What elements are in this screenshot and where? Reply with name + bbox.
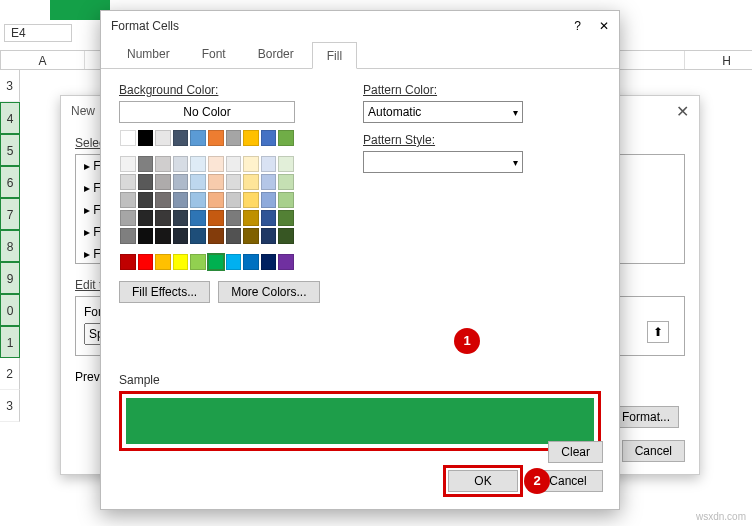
color-swatch[interactable] — [120, 130, 136, 146]
row-header[interactable]: 8 — [0, 230, 20, 262]
color-swatch[interactable] — [155, 156, 171, 172]
color-swatch[interactable] — [243, 192, 259, 208]
color-swatch[interactable] — [138, 192, 154, 208]
color-swatch[interactable] — [173, 210, 189, 226]
tab-border[interactable]: Border — [244, 41, 308, 68]
clear-button[interactable]: Clear — [548, 441, 603, 463]
color-swatch[interactable] — [208, 192, 224, 208]
no-color-button[interactable]: No Color — [119, 101, 295, 123]
color-swatch[interactable] — [226, 254, 242, 270]
color-swatch[interactable] — [173, 174, 189, 190]
color-swatch[interactable] — [278, 228, 294, 244]
color-swatch[interactable] — [261, 254, 277, 270]
pattern-style-select[interactable]: ▾ — [363, 151, 523, 173]
color-swatch[interactable] — [261, 156, 277, 172]
row-header[interactable]: 1 — [0, 326, 20, 358]
color-swatch[interactable] — [138, 228, 154, 244]
color-swatch[interactable] — [243, 156, 259, 172]
color-swatch[interactable] — [278, 156, 294, 172]
color-swatch[interactable] — [190, 192, 206, 208]
color-swatch[interactable] — [261, 174, 277, 190]
color-swatch[interactable] — [155, 210, 171, 226]
color-swatch[interactable] — [208, 254, 224, 270]
color-swatch[interactable] — [226, 228, 242, 244]
close-icon[interactable]: ✕ — [676, 102, 689, 121]
color-swatch[interactable] — [208, 156, 224, 172]
color-swatch[interactable] — [226, 130, 242, 146]
color-swatch[interactable] — [173, 254, 189, 270]
color-swatch[interactable] — [243, 174, 259, 190]
color-swatch[interactable] — [226, 174, 242, 190]
color-swatch[interactable] — [208, 210, 224, 226]
color-swatch[interactable] — [120, 174, 136, 190]
collapse-icon[interactable]: ⬆ — [647, 321, 669, 343]
color-swatch[interactable] — [138, 156, 154, 172]
color-swatch[interactable] — [190, 210, 206, 226]
color-swatch[interactable] — [261, 192, 277, 208]
color-swatch[interactable] — [243, 228, 259, 244]
col-header-a[interactable]: A — [1, 51, 85, 69]
color-swatch[interactable] — [155, 130, 171, 146]
row-header[interactable]: 3 — [0, 390, 20, 422]
color-swatch[interactable] — [155, 228, 171, 244]
col-header-h[interactable]: H — [685, 51, 752, 69]
color-swatch[interactable] — [173, 192, 189, 208]
row-header[interactable]: 2 — [0, 358, 20, 390]
pattern-color-select[interactable]: Automatic▾ — [363, 101, 523, 123]
color-swatch[interactable] — [120, 254, 136, 270]
color-swatch[interactable] — [120, 156, 136, 172]
ok-button[interactable]: OK — [448, 470, 518, 492]
color-swatch[interactable] — [278, 254, 294, 270]
row-header[interactable]: 9 — [0, 262, 20, 294]
name-box[interactable]: E4 — [4, 24, 72, 42]
color-swatch[interactable] — [120, 192, 136, 208]
color-swatch[interactable] — [208, 174, 224, 190]
color-swatch[interactable] — [138, 210, 154, 226]
color-swatch[interactable] — [120, 228, 136, 244]
row-header[interactable]: 6 — [0, 166, 20, 198]
color-swatch[interactable] — [278, 210, 294, 226]
tab-fill[interactable]: Fill — [312, 42, 357, 69]
more-colors-button[interactable]: More Colors... — [218, 281, 319, 303]
color-swatch[interactable] — [278, 130, 294, 146]
color-swatch[interactable] — [190, 156, 206, 172]
color-swatch[interactable] — [243, 130, 259, 146]
cancel-button[interactable]: Cancel — [622, 440, 685, 462]
color-swatch[interactable] — [120, 210, 136, 226]
color-swatch[interactable] — [173, 156, 189, 172]
help-icon[interactable]: ? — [574, 19, 581, 33]
color-swatch[interactable] — [173, 130, 189, 146]
row-header[interactable]: 5 — [0, 134, 20, 166]
color-swatch[interactable] — [208, 130, 224, 146]
color-swatch[interactable] — [261, 228, 277, 244]
color-swatch[interactable] — [190, 174, 206, 190]
color-swatch[interactable] — [261, 130, 277, 146]
row-header[interactable]: 0 — [0, 294, 20, 326]
color-swatch[interactable] — [155, 254, 171, 270]
color-swatch[interactable] — [243, 210, 259, 226]
tab-font[interactable]: Font — [188, 41, 240, 68]
color-swatch[interactable] — [190, 130, 206, 146]
color-swatch[interactable] — [155, 174, 171, 190]
color-swatch[interactable] — [173, 228, 189, 244]
color-swatch[interactable] — [226, 156, 242, 172]
color-swatch[interactable] — [278, 174, 294, 190]
color-swatch[interactable] — [261, 210, 277, 226]
fill-effects-button[interactable]: Fill Effects... — [119, 281, 210, 303]
color-swatch[interactable] — [190, 254, 206, 270]
color-swatch[interactable] — [226, 210, 242, 226]
color-swatch[interactable] — [243, 254, 259, 270]
tab-number[interactable]: Number — [113, 41, 184, 68]
close-icon[interactable]: ✕ — [599, 19, 609, 33]
color-swatch[interactable] — [278, 192, 294, 208]
row-header[interactable]: 3 — [0, 70, 20, 102]
color-swatch[interactable] — [226, 192, 242, 208]
color-swatch[interactable] — [208, 228, 224, 244]
color-swatch[interactable] — [190, 228, 206, 244]
color-swatch[interactable] — [138, 254, 154, 270]
color-swatch[interactable] — [155, 192, 171, 208]
row-header[interactable]: 4 — [0, 102, 20, 134]
color-swatch[interactable] — [138, 174, 154, 190]
row-header[interactable]: 7 — [0, 198, 20, 230]
color-swatch[interactable] — [138, 130, 154, 146]
